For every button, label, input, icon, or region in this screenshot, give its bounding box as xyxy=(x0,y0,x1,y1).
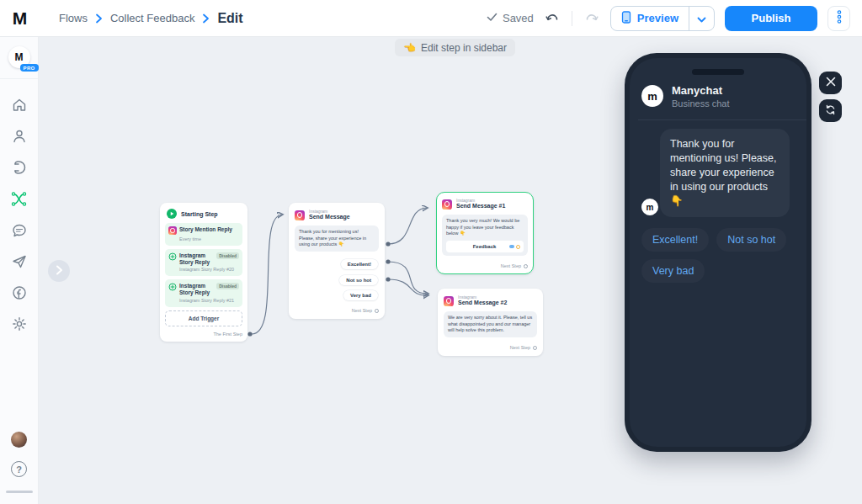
instagram-icon xyxy=(444,296,454,306)
trigger-story-reply-20[interactable]: Instagram Story Reply Disabled Instagram… xyxy=(165,249,242,276)
next-step-port[interactable] xyxy=(524,264,528,268)
sidebar-item-live-chat[interactable] xyxy=(12,223,27,238)
sidebar-item-contacts[interactable] xyxy=(12,129,27,144)
pointing-left-emoji: 👈 xyxy=(403,42,416,54)
phone-screen: m Manychat Business chat m Thank you for… xyxy=(630,58,806,447)
node-header: Instagram Send Message #1 xyxy=(442,198,528,210)
chat-header: m Manychat Business chat xyxy=(641,84,795,109)
first-step-output: The First Step xyxy=(165,332,242,337)
node-send-message-2[interactable]: Instagram Send Message #2 We are very so… xyxy=(438,289,543,356)
quick-reply-very-bad[interactable]: Very bad xyxy=(641,259,705,283)
node-send-message[interactable]: Instagram Send Message Thank you for men… xyxy=(289,203,385,319)
next-step-label: Next Step xyxy=(501,263,521,268)
next-step-output[interactable]: Next Step xyxy=(295,308,379,313)
sidebar-drag-handle[interactable] xyxy=(6,491,33,493)
flows-icon xyxy=(11,191,27,207)
starting-step-icon xyxy=(167,209,177,219)
chat-bubble-icon xyxy=(12,223,27,238)
reply-very-bad[interactable]: Very bad xyxy=(343,290,378,300)
next-step-output[interactable]: Next Step xyxy=(442,263,528,268)
trigger-story-reply-21[interactable]: Instagram Story Reply Disabled Instagram… xyxy=(165,279,242,306)
undo-button[interactable] xyxy=(544,9,561,28)
next-step-label: Next Step xyxy=(352,308,372,313)
reply-not-so-hot[interactable]: Not so hot xyxy=(339,275,378,285)
redo-icon xyxy=(584,11,599,26)
phone-icon xyxy=(621,11,631,26)
undo-icon xyxy=(545,11,560,26)
trigger-subtitle: Instagram Story Reply #20 xyxy=(179,267,239,273)
home-icon xyxy=(12,98,27,113)
quick-replies: Excellent! Not so hot Very bad xyxy=(295,259,378,300)
node-title: Send Message #1 xyxy=(456,203,505,210)
chat-quick-replies: Excellent! Not so hot Very bad xyxy=(641,228,795,283)
redo-button[interactable] xyxy=(583,9,600,28)
sidebar-item-settings[interactable] xyxy=(12,316,27,332)
quick-reply-not-so-hot[interactable]: Not so hot xyxy=(716,228,786,252)
node-header: Starting Step xyxy=(167,209,242,219)
plus-circle-icon xyxy=(168,252,177,261)
sidebar-item-broadcasting[interactable] xyxy=(12,254,27,269)
node-title: Starting Step xyxy=(181,211,218,217)
publish-button[interactable]: Publish xyxy=(725,6,817,31)
help-icon[interactable]: ? xyxy=(11,461,27,477)
next-step-port[interactable] xyxy=(375,309,379,313)
sidebar-item-home[interactable] xyxy=(12,98,27,113)
link-icon xyxy=(509,245,514,248)
close-icon xyxy=(826,77,836,89)
more-options-button[interactable] xyxy=(827,6,850,31)
plus-circle-icon xyxy=(168,283,177,291)
preview-label: Preview xyxy=(637,12,678,24)
add-trigger-button[interactable]: Add Trigger xyxy=(165,310,242,326)
message-bubble: Thank you very much! We would be happy i… xyxy=(442,215,528,256)
phone-speaker-notch xyxy=(692,69,744,75)
manychat-logo[interactable]: M xyxy=(0,0,39,36)
sidebar-item-automation[interactable] xyxy=(12,160,27,175)
saved-status: Saved xyxy=(487,12,534,24)
breadcrumb: Flows Collect Feedback Edit xyxy=(59,11,243,26)
trigger-title: Instagram Story Reply xyxy=(179,283,214,296)
instagram-icon xyxy=(295,210,305,220)
preview-split-button: Preview xyxy=(610,6,715,31)
flow-builder-app: M Flows Collect Feedback Edit Saved xyxy=(0,0,862,504)
user-avatar[interactable] xyxy=(11,432,27,448)
divider xyxy=(572,11,572,26)
reply-excellent[interactable]: Excellent! xyxy=(341,259,378,269)
edit-step-tooltip-label: Edit step in sidebar xyxy=(421,42,507,54)
edit-step-tooltip: 👈 Edit step in sidebar xyxy=(395,39,515,56)
preview-dropdown-button[interactable] xyxy=(689,7,714,30)
left-sidebar: M PRO xyxy=(0,37,39,504)
expand-sidebar-button[interactable] xyxy=(48,260,70,282)
quick-reply-excellent[interactable]: Excellent! xyxy=(641,228,709,252)
manychat-logo-glyph: M xyxy=(13,8,27,29)
message-avatar: m xyxy=(641,199,658,215)
account-avatar[interactable]: M PRO xyxy=(8,46,30,68)
close-preview-button[interactable] xyxy=(819,72,842,94)
sidebar-item-flows[interactable] xyxy=(11,191,27,207)
sidebar-item-facebook[interactable] xyxy=(12,285,27,300)
sidebar-nav xyxy=(11,98,27,332)
chevron-right-icon xyxy=(56,263,63,279)
saved-label: Saved xyxy=(503,12,534,24)
breadcrumb-flows[interactable]: Flows xyxy=(59,12,88,24)
preview-button[interactable]: Preview xyxy=(611,7,689,30)
refresh-preview-button[interactable] xyxy=(819,99,842,122)
facebook-icon xyxy=(12,285,27,300)
checkmark-icon xyxy=(487,12,498,24)
chat-message-bubble: Thank you for mentioning us! Please, sha… xyxy=(660,129,790,217)
top-bar: M Flows Collect Feedback Edit Saved xyxy=(0,0,862,37)
next-step-port[interactable] xyxy=(533,346,537,350)
divider xyxy=(638,119,806,120)
node-send-message-1[interactable]: Instagram Send Message #1 Thank you very… xyxy=(436,192,534,274)
feedback-button[interactable]: Feedback xyxy=(446,241,524,252)
node-starting-step[interactable]: Starting Step Story Mention Reply Every … xyxy=(160,203,247,342)
breadcrumb-collect-feedback[interactable]: Collect Feedback xyxy=(110,12,194,24)
disabled-badge: Disabled xyxy=(216,283,239,289)
feedback-button-label: Feedback xyxy=(450,243,509,250)
next-step-output[interactable]: Next Step xyxy=(444,345,537,350)
gear-icon xyxy=(12,316,27,332)
trigger-story-mention[interactable]: Story Mention Reply Every time xyxy=(165,223,242,246)
trigger-title: Instagram Story Reply xyxy=(179,252,214,266)
message-text: We are very sorry about it. Please, tell… xyxy=(444,311,537,337)
person-icon xyxy=(12,129,27,144)
business-name: Manychat xyxy=(672,84,729,98)
